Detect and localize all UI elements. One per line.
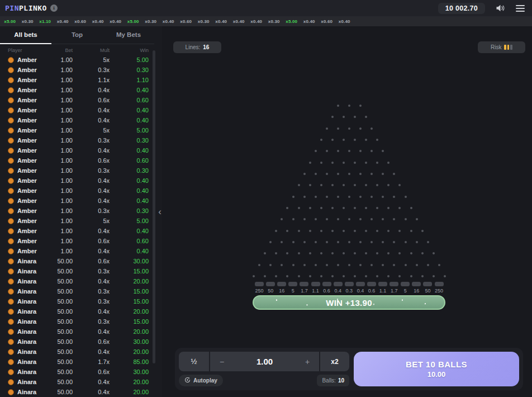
peg — [354, 139, 356, 141]
slot-bucket — [300, 282, 308, 286]
player-name: Amber — [17, 157, 37, 164]
player-avatar — [8, 127, 14, 134]
peg — [410, 252, 412, 254]
peg — [269, 241, 272, 243]
table-row: Ainara 50.00 0.4x 20.00 — [0, 276, 162, 286]
plus-button[interactable]: + — [303, 357, 311, 366]
bet-cell: 50.00 — [42, 278, 73, 285]
player-name: Ainara — [17, 318, 36, 325]
player-cell: Ainara — [8, 308, 42, 315]
peg — [370, 241, 373, 243]
win-cell: 5.00 — [110, 218, 149, 224]
player-avatar — [8, 188, 14, 194]
peg — [348, 173, 350, 175]
mult-cell: 0.4x — [73, 87, 110, 93]
mult-cell: 5x — [73, 218, 110, 224]
player-cell: Amber — [8, 238, 42, 244]
history-chip: x1.10 — [36, 19, 54, 24]
player-cell: Amber — [8, 157, 42, 164]
autoplay-button[interactable]: Autoplay — [179, 375, 223, 386]
peg — [286, 275, 288, 277]
app-logo: PINPLINKO i — [5, 4, 58, 12]
slot-bucket — [277, 282, 286, 286]
player-cell: Ainara — [8, 328, 42, 335]
player-avatar — [8, 198, 14, 204]
peg — [393, 241, 395, 243]
peg — [315, 196, 317, 198]
player-name: Amber — [17, 177, 37, 184]
mult-cell: 5x — [73, 127, 110, 134]
minus-button[interactable]: − — [218, 357, 226, 366]
peg — [433, 275, 435, 277]
peg — [387, 184, 390, 186]
bet-cell: 50.00 — [42, 288, 73, 295]
peg — [275, 230, 277, 232]
mult-cell: 0.6x — [73, 97, 110, 103]
peg — [365, 207, 367, 209]
peg — [354, 275, 356, 277]
slot-bucket — [435, 282, 444, 286]
peg — [365, 184, 367, 186]
peg — [370, 196, 373, 198]
double-bet-button[interactable]: x2 — [319, 352, 349, 371]
bet-button[interactable]: BET 10 BALLS 10.00 — [354, 352, 519, 386]
win-cell: 15.00 — [110, 298, 149, 305]
mult-cell: 0.6x — [73, 368, 110, 375]
peg — [370, 127, 373, 130]
win-cell: 20.00 — [110, 389, 149, 395]
table-row: Ainara 50.00 0.4x 20.00 — [0, 377, 162, 387]
table-row: Ainara 50.00 1.7x 85.00 — [0, 357, 162, 367]
player-avatar — [8, 369, 14, 375]
multiplier-slot: 50 — [422, 282, 433, 294]
player-avatar — [8, 268, 14, 275]
player-name: Ainara — [17, 358, 36, 365]
bet-amount-input[interactable]: 1.00 — [226, 357, 303, 366]
peg — [337, 150, 339, 152]
multiplier-slot: 0.6 — [366, 282, 377, 294]
peg — [382, 173, 384, 175]
win-cell: 0.30 — [110, 137, 149, 144]
mult-cell: 0.3x — [73, 137, 110, 144]
slot-multiplier-label: 1.1 — [312, 288, 319, 294]
autoplay-icon — [184, 377, 191, 384]
win-cell: 0.40 — [110, 228, 149, 234]
peg — [269, 264, 272, 266]
tab-top[interactable]: Top — [51, 26, 103, 44]
half-bet-button[interactable]: ½ — [179, 352, 210, 371]
table-row: Amber 1.00 0.3x 0.30 — [0, 206, 162, 216]
menu-icon[interactable] — [516, 5, 525, 12]
player-cell: Amber — [8, 97, 42, 103]
win-cell: 20.00 — [110, 379, 149, 385]
multiplier-slot: 0.4 — [332, 282, 344, 294]
slot-bucket — [412, 282, 421, 286]
player-name: Amber — [17, 147, 37, 154]
peg — [376, 184, 378, 186]
tab-my-bets[interactable]: My Bets — [103, 26, 154, 44]
mult-cell: 0.3x — [73, 298, 110, 305]
peg — [410, 275, 412, 277]
mult-cell: 0.4x — [73, 308, 110, 315]
bet-cell: 1.00 — [42, 248, 73, 254]
peg — [337, 218, 339, 220]
peg — [387, 207, 390, 209]
win-banner: WIN +13.90 — [253, 295, 445, 310]
multiplier-slot: 0.3 — [344, 282, 355, 294]
balls-selector[interactable]: Balls: 10 — [317, 375, 349, 386]
mult-cell: 0.4x — [73, 389, 110, 395]
slot-multiplier-label: 16 — [279, 288, 284, 294]
mult-cell: 0.4x — [73, 197, 110, 204]
sidebar-scrollbar[interactable] — [153, 50, 155, 363]
player-cell: Amber — [8, 137, 42, 144]
sound-icon[interactable] — [496, 4, 505, 12]
bet-cell: 50.00 — [42, 348, 73, 355]
table-row: Amber 1.00 0.3x 0.30 — [0, 166, 162, 176]
slot-multiplier-label: 0.3 — [346, 288, 353, 294]
player-avatar — [8, 57, 14, 63]
tab-all-bets[interactable]: All bets — [0, 26, 51, 44]
player-avatar — [8, 178, 14, 184]
info-icon[interactable]: i — [50, 4, 58, 12]
win-cell: 20.00 — [110, 308, 149, 315]
peg — [398, 252, 401, 254]
peg — [326, 196, 328, 198]
win-cell: 0.30 — [110, 167, 149, 174]
